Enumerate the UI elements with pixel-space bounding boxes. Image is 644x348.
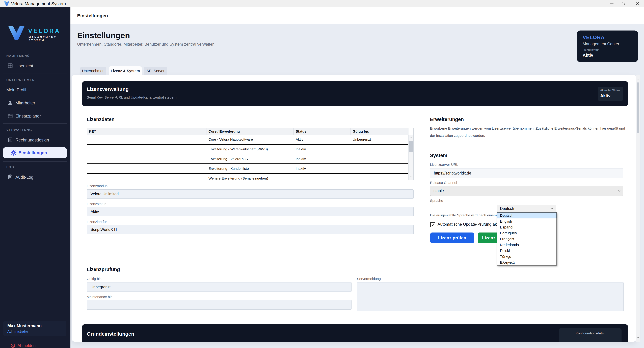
key-cell-input[interactable] — [87, 145, 206, 154]
lizenzstatus-input: Aktiv — [87, 207, 414, 216]
check-icon — [431, 223, 435, 227]
invoice-icon — [8, 137, 14, 143]
table-row: Core - Velora Hauptsoftware Aktiv Unbegr… — [87, 135, 408, 145]
update-check-label: Automatische Update-Prüfung aktiv — [438, 222, 501, 227]
language-select[interactable]: Deutsch — [497, 205, 556, 212]
sidebar: VELORA MANAGEMENT SYSTEM HAUPTMENÜ Übers… — [0, 7, 70, 348]
language-option[interactable]: Polski — [497, 248, 556, 254]
close-icon — [635, 1, 640, 6]
chevron-down-icon — [550, 207, 554, 211]
language-option[interactable]: Deutsch — [497, 213, 556, 218]
servermeldung-textarea[interactable] — [357, 282, 624, 311]
sidebar-item-uebersicht[interactable]: Übersicht — [0, 61, 70, 71]
language-select-value: Deutsch — [500, 206, 514, 211]
lizenzmodus-input: Velora Unlimited — [87, 189, 414, 199]
key-cell-input[interactable] — [87, 154, 206, 163]
release-channel-select[interactable]: stable — [430, 186, 623, 196]
content-panel: Lizenzverwaltung Serial Key, Server-URL … — [72, 75, 636, 342]
sidebar-item-label: Mein Profil — [6, 87, 26, 92]
lizenziert-fuer-label: Lizenziert für — [87, 220, 107, 224]
clipboard-icon — [8, 174, 14, 180]
key-cell-input[interactable] — [87, 135, 206, 144]
language-option[interactable]: Ελληνικά — [497, 260, 556, 265]
sidebar-section-verwaltung: VERWALTUNG — [6, 128, 64, 132]
sidebar-item-mitarbeiter[interactable]: Mitarbeiter — [0, 98, 70, 108]
license-data-heading: Lizenzdaten — [87, 117, 114, 122]
tab-unternehmen[interactable]: Unternehmen — [80, 67, 106, 75]
language-option[interactable]: Português — [497, 230, 556, 236]
gueltig-bis-input: Unbegrenzt — [87, 282, 352, 292]
brand-card-license-value: Aktiv — [582, 53, 593, 58]
key-cell-input[interactable] — [87, 174, 206, 184]
status-cell: Inaktiv — [294, 145, 351, 154]
sidebar-item-audit-log[interactable]: Audit-Log — [0, 172, 70, 182]
sidebar-item-mein-profil[interactable]: Mein Profil — [0, 85, 70, 95]
language-option[interactable]: Türkçe — [497, 254, 556, 260]
core-cell: Erweiterung - Warenwirtschaft (WWS) — [206, 145, 294, 154]
sidebar-section-log: LOG — [6, 165, 64, 169]
language-option[interactable]: Français — [497, 236, 556, 242]
sidebar-divider — [3, 51, 67, 51]
release-channel-value: stable — [434, 189, 444, 193]
konfigurationsdatei-button[interactable]: Konfigurationsdatei — [559, 328, 622, 342]
status-cell: Inaktiv — [294, 164, 351, 173]
calendar-icon — [8, 113, 14, 119]
user-card: Max Mustermann Administrator — [3, 321, 66, 336]
main-scrollbar[interactable] — [636, 75, 640, 342]
grundeinstellungen-banner: Grundeinstellungen Konfigurationsdatei — [82, 324, 628, 342]
language-option[interactable]: Español — [497, 224, 556, 230]
valid-cell — [351, 174, 408, 184]
sidebar-item-rechnungsdesign[interactable]: Rechnungsdesign — [0, 135, 70, 145]
valid-cell — [351, 154, 408, 163]
column-header-valid: Gültig bis — [351, 128, 408, 135]
scroll-thumb[interactable] — [409, 141, 413, 152]
content-header-title: Einstellungen — [77, 7, 108, 24]
close-button[interactable] — [631, 0, 644, 7]
sidebar-item-einsatzplaner[interactable]: Einsatzplaner — [0, 111, 70, 121]
sidebar-item-label: Rechnungsdesign — [16, 138, 49, 142]
tab-api-server[interactable]: API-Server — [144, 67, 167, 75]
minimize-button[interactable] — [606, 0, 618, 7]
page-title: Einstellungen — [77, 31, 130, 40]
core-cell: Erweiterung - Kundenliste — [206, 164, 294, 173]
key-cell-input[interactable] — [87, 164, 206, 173]
logout-label: Abmelden — [18, 343, 36, 348]
lizenzserver-url-label: Lizenzserver-URL — [430, 163, 458, 167]
sidebar-item-einstellungen[interactable]: Einstellungen — [3, 147, 67, 158]
brand-name: VELORA — [28, 27, 60, 34]
language-option[interactable]: English — [497, 218, 556, 224]
sidebar-item-label: Einsatzplaner — [16, 114, 41, 118]
scroll-up-icon[interactable] — [636, 76, 640, 82]
scroll-down-icon[interactable] — [408, 174, 414, 180]
maintenance-bis-input[interactable] — [87, 300, 352, 310]
sidebar-item-label: Audit-Log — [16, 175, 33, 180]
tab-lizenz-system[interactable]: Lizenz & System — [109, 66, 142, 75]
brand-card-name: VELORA — [582, 34, 604, 40]
maintenance-bis-label: Maintenance bis — [87, 295, 112, 299]
brand-tagline: MANAGEMENT SYSTEM — [28, 36, 66, 42]
maximize-button[interactable] — [618, 0, 630, 7]
lizenzserver-url-input[interactable]: https://scriptworldx.de — [430, 168, 623, 178]
license-banner: Lizenzverwaltung Serial Key, Server-URL … — [82, 81, 628, 106]
lizenziert-fuer-input: ScriptWorldX IT — [87, 225, 414, 234]
logout-button[interactable]: Abmelden — [0, 341, 70, 348]
scroll-down-icon[interactable] — [636, 335, 640, 341]
gear-icon — [10, 150, 17, 156]
user-name: Max Mustermann — [8, 323, 42, 328]
scroll-up-icon[interactable] — [408, 135, 414, 141]
license-banner-subtitle: Serial Key, Server-URL und Update-Kanal … — [87, 95, 176, 99]
scroll-thumb[interactable] — [636, 82, 639, 133]
minimize-icon — [610, 3, 614, 4]
logout-icon — [10, 343, 16, 348]
lizenz-pruefen-button[interactable]: Lizenz prüfen — [430, 233, 474, 243]
language-dropdown: Deutsch English Español Português França… — [497, 212, 556, 266]
erweiterungen-description: Erworbene Erweiterungen werden vom Lizen… — [430, 125, 626, 139]
status-chip-label: Aktueller Status — [600, 89, 620, 92]
core-cell: Core - Velora Hauptsoftware — [206, 135, 294, 144]
status-cell: Inaktiv — [294, 154, 351, 163]
update-check-checkbox[interactable] — [430, 222, 435, 227]
language-option[interactable]: Nederlands — [497, 242, 556, 248]
servermeldung-label: Servermeldung — [357, 277, 381, 281]
table-scrollbar[interactable] — [408, 135, 414, 180]
lizenzstatus-label: Lizenzstatus — [87, 202, 106, 206]
